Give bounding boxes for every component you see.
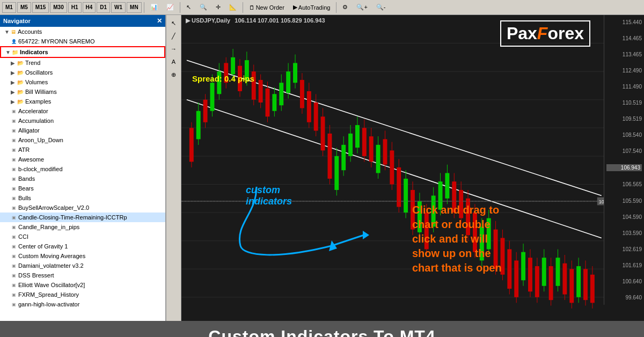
ind-icon-candle-range: ▣: [11, 224, 17, 230]
left-tools: ↖ ╱ → A ⊕: [166, 15, 181, 321]
indicator-custom-ma[interactable]: ▣ Custom Moving Averages: [0, 251, 165, 261]
folder-icon: 🖥: [11, 29, 16, 35]
ind-icon-cog: ▣: [11, 243, 17, 250]
price-102: 102.619: [606, 246, 642, 252]
indicator-damiani[interactable]: ▣ Damiani_volatmeter v3.2: [0, 261, 165, 270]
price-110: 110.519: [606, 100, 642, 106]
spread-label: Spread: 0.4 pips: [192, 74, 254, 83]
ind-icon-elliott: ▣: [11, 282, 17, 288]
ind-icon-candle-closing: ▣: [11, 214, 17, 221]
paxforex-logo: PaxForex: [500, 20, 590, 47]
custom-indicators-overlay: custom indicators: [246, 185, 292, 207]
price-104: 104.590: [606, 214, 642, 220]
examples-folder[interactable]: ▶ 📂 Examples: [0, 97, 165, 106]
osc-folder-icon: 📂: [17, 70, 24, 76]
zoom-btn[interactable]: 🔍: [196, 2, 211, 13]
chart-type-btn[interactable]: 📊: [147, 2, 162, 13]
zoom-out-btn[interactable]: 🔍-: [372, 2, 390, 13]
timeframe-h4[interactable]: H4: [83, 2, 96, 13]
volumes-folder[interactable]: ▶ 📂 Volumes: [0, 77, 165, 87]
indicator-awesome[interactable]: ▣ Awesome: [0, 155, 165, 164]
ind-icon-alligator: ▣: [11, 127, 17, 134]
timeframe-m15[interactable]: M15: [32, 2, 49, 13]
ind-icon-buysell: ▣: [11, 204, 17, 211]
accumulation-label: Accumulation: [18, 118, 54, 124]
period-btn[interactable]: 📈: [163, 2, 178, 13]
price-99: 99.640: [606, 295, 642, 301]
settings-btn[interactable]: ⚙: [339, 2, 352, 13]
crosshair-btn[interactable]: ✛: [212, 2, 224, 13]
trend-folder[interactable]: ▶ 📂 Trend: [0, 58, 165, 68]
price-105: 105.590: [606, 198, 642, 204]
zoom-in-btn[interactable]: 🔍+: [353, 2, 371, 13]
autotrading-btn[interactable]: ▶ AutoTrading: [289, 2, 334, 13]
elliott-label: Elliott Wave Oscillator[v2]: [18, 282, 85, 288]
timeframe-mn[interactable]: MN: [127, 2, 142, 13]
nav-panel: Navigator ✕ ▼ 🖥 Accounts 👤 654722: MYRON…: [0, 15, 181, 321]
autotrading-label: AutoTrading: [298, 4, 331, 11]
indicator-dss[interactable]: ▣ DSS Bressert: [0, 270, 165, 280]
indicator-cci[interactable]: ▣ CCI: [0, 232, 165, 241]
indicator-atr[interactable]: ▣ ATR: [0, 145, 165, 155]
accounts-folder[interactable]: ▼ 🖥 Accounts: [0, 27, 165, 36]
indicator-accumulation[interactable]: ▣ Accumulation: [0, 116, 165, 126]
indicator-aroon[interactable]: ▣ Aroon_Up_Down: [0, 135, 165, 145]
indicator-bclock[interactable]: ▣ b-clock_modified: [0, 164, 165, 174]
forex-f: F: [537, 24, 548, 43]
buysell-label: BuySellArrowScalper_V2.0: [18, 204, 89, 211]
navigator-header: Navigator ✕: [0, 15, 165, 27]
zoom-tool[interactable]: ⊕: [168, 69, 180, 80]
new-order-btn[interactable]: 🗒 New Order: [245, 2, 288, 13]
bulls-label: Bulls: [18, 195, 31, 201]
draw-btn[interactable]: 📐: [225, 2, 240, 13]
navigator-body[interactable]: ▼ 🖥 Accounts 👤 654722: MYRONN SAREMO ▼ 📁…: [0, 27, 165, 321]
indicator-bears[interactable]: ▣ Bears: [0, 184, 165, 193]
ex-folder-icon: 📂: [17, 99, 24, 105]
timeframe-d1[interactable]: D1: [97, 2, 110, 13]
price-109: 109.519: [606, 116, 642, 122]
ind-icon-gann: ▣: [11, 301, 17, 307]
volumes-label: Volumes: [25, 79, 48, 85]
indicator-candle-closing[interactable]: ▣ Candle-Closing-Time-Remaining-ICCTRp: [0, 213, 165, 222]
indicator-bulls[interactable]: ▣ Bulls: [0, 193, 165, 203]
ind-icon-aroon: ▣: [11, 137, 17, 143]
price-101: 101.619: [606, 262, 642, 268]
indicators-section: ▼ 📁 Indicators: [0, 46, 165, 58]
user-account[interactable]: 👤 654722: MYRONN SAREMO: [0, 36, 165, 46]
price-111: 111.490: [606, 84, 642, 90]
text-tool[interactable]: A: [168, 56, 180, 68]
cursor-btn[interactable]: ↖: [182, 2, 195, 13]
indicator-candle-range[interactable]: ▣ Candle_Range_in_pips: [0, 222, 165, 232]
candle-range-label: Candle_Range_in_pips: [18, 224, 79, 230]
billwilliams-folder[interactable]: ▶ 📂 Bill Williams: [0, 87, 165, 97]
timeframe-m30[interactable]: M30: [50, 2, 67, 13]
indicator-alligator[interactable]: ▣ Alligator: [0, 126, 165, 135]
alligator-label: Alligator: [18, 127, 40, 134]
bottom-title: Custom Indicators To MT4: [208, 327, 435, 338]
line-tool[interactable]: ╱: [168, 30, 180, 42]
oscillators-folder[interactable]: ▶ 📂 Oscillators: [0, 68, 165, 77]
indicator-buysell[interactable]: ▣ BuySellArrowScalper_V2.0: [0, 203, 165, 213]
chart-ohlc: 106.114 107.001 105.829 106.943: [235, 17, 325, 24]
indicator-bands[interactable]: ▣ Bands: [0, 174, 165, 184]
indicators-expand-icon: ▼: [5, 49, 11, 55]
timeframe-m1[interactable]: M1: [2, 2, 16, 13]
indicator-elliott[interactable]: ▣ Elliott Wave Oscillator[v2]: [0, 280, 165, 290]
accounts-label: Accounts: [18, 28, 42, 35]
arrow-tool[interactable]: →: [168, 43, 180, 55]
indicator-accelerator[interactable]: ▣ Accelerator: [0, 106, 165, 116]
indicator-gann[interactable]: ▣ gann-high-low-activator: [0, 299, 165, 309]
navigator-title: Navigator: [3, 18, 31, 24]
navigator-close-btn[interactable]: ✕: [157, 17, 162, 25]
timeframe-m5[interactable]: M5: [17, 2, 31, 13]
timeframe-h1[interactable]: H1: [68, 2, 82, 13]
indicators-folder[interactable]: ▼ 📁 Indicators: [1, 47, 164, 57]
cursor-tool[interactable]: ↖: [168, 17, 180, 29]
indicators-label: Indicators: [20, 49, 48, 55]
ind-icon-bulls: ▣: [11, 195, 17, 201]
separator-2: [180, 2, 180, 13]
timeframe-w1[interactable]: W1: [111, 2, 126, 13]
trend-label: Trend: [25, 60, 40, 66]
indicator-cog[interactable]: ▣ Center of Gravity 1: [0, 241, 165, 251]
indicator-fxrm[interactable]: ▣ FXRM_Spread_History: [0, 290, 165, 299]
